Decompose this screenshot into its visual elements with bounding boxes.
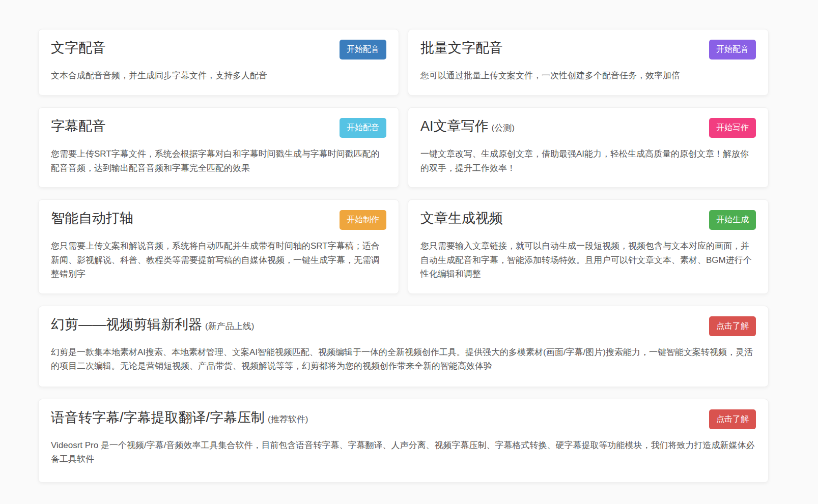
subtitle-start-dubbing-button[interactable]: 开始配音	[340, 118, 386, 138]
card-title-text: 文字配音	[51, 40, 106, 55]
card-header: 智能自动打轴 开始制作	[51, 209, 386, 230]
card-title: 批量文字配音	[420, 39, 506, 57]
card-title: 智能自动打轴	[51, 209, 136, 227]
start-writing-button[interactable]: 开始写作	[709, 118, 756, 138]
card-description: 您可以通过批量上传文案文件，一次性创建多个配音任务，效率加倍	[420, 69, 756, 83]
card-description: 您需要上传SRT字幕文件，系统会根据字幕对白和字幕时间戳生成与字幕时间戳匹配的配…	[51, 147, 386, 175]
card-title-text: AI文章写作	[420, 118, 489, 134]
card-description: 文本合成配音音频，并生成同步字幕文件，支持多人配音	[51, 69, 386, 83]
card-text-dubbing: 文字配音 开始配音 文本合成配音音频，并生成同步字幕文件，支持多人配音	[38, 29, 399, 96]
start-dubbing-button[interactable]: 开始配音	[340, 40, 386, 60]
card-title: 文章生成视频	[420, 209, 506, 227]
card-title-text: 字幕配音	[51, 118, 106, 134]
card-title: AI文章写作(公测)	[420, 117, 515, 135]
card-title: 文字配音	[51, 39, 109, 57]
card-header: 语音转字幕/字幕提取翻译/字幕压制(推荐软件) 点击了解	[51, 408, 756, 429]
card-header: 字幕配音 开始配音	[51, 117, 386, 138]
huanjian-learn-more-button[interactable]: 点击了解	[709, 316, 756, 336]
card-article-to-video: 文章生成视频 开始生成 您只需要输入文章链接，就可以自动生成一段短视频，视频包含…	[408, 199, 769, 294]
card-header: 幻剪——视频剪辑新利器(新产品上线) 点击了解	[51, 315, 756, 336]
card-subtitle: (新产品上线)	[205, 321, 254, 331]
card-title-text: 幻剪——视频剪辑新利器	[51, 317, 202, 332]
card-subtitle: (公测)	[492, 123, 515, 133]
card-header: 文章生成视频 开始生成	[420, 209, 756, 230]
batch-start-dubbing-button[interactable]: 开始配音	[709, 40, 756, 60]
card-header: 文字配音 开始配音	[51, 39, 386, 60]
start-making-button[interactable]: 开始制作	[340, 210, 386, 230]
card-title: 字幕配音	[51, 117, 109, 135]
videosrt-learn-more-button[interactable]: 点击了解	[709, 409, 756, 429]
card-title-text: 批量文字配音	[420, 40, 503, 55]
card-description: Videosrt Pro 是一个视频/字幕/音频效率工具集合软件，目前包含语音转…	[51, 438, 756, 466]
card-description: 一键文章改写、生成原创文章，借助最强AI能力，轻松生成高质量的原创文章！解放你的…	[420, 147, 756, 175]
card-auto-timeline: 智能自动打轴 开始制作 您只需要上传文案和解说音频，系统将自动匹配并生成带有时间…	[38, 199, 399, 294]
card-videosrt-pro: 语音转字幕/字幕提取翻译/字幕压制(推荐软件) 点击了解 Videosrt Pr…	[38, 399, 769, 483]
tools-card-grid: 文字配音 开始配音 文本合成配音音频，并生成同步字幕文件，支持多人配音 批量文字…	[0, 0, 818, 504]
card-title-text: 智能自动打轴	[51, 211, 133, 226]
card-subtitle-dubbing: 字幕配音 开始配音 您需要上传SRT字幕文件，系统会根据字幕对白和字幕时间戳生成…	[38, 107, 399, 188]
card-description: 您只需要输入文章链接，就可以自动生成一段短视频，视频包含与文本对应的画面，并自动…	[420, 239, 756, 281]
card-huanjian-video-editor: 幻剪——视频剪辑新利器(新产品上线) 点击了解 幻剪是一款集本地素材AI搜索、本…	[38, 306, 769, 387]
card-subtitle: (推荐软件)	[268, 414, 308, 424]
card-header: 批量文字配音 开始配音	[420, 39, 756, 60]
card-header: AI文章写作(公测) 开始写作	[420, 117, 756, 138]
card-title-text: 语音转字幕/字幕提取翻译/字幕压制	[51, 410, 265, 425]
card-description: 幻剪是一款集本地素材AI搜索、本地素材管理、文案AI智能视频匹配、视频编辑于一体…	[51, 345, 756, 373]
card-batch-text-dubbing: 批量文字配音 开始配音 您可以通过批量上传文案文件，一次性创建多个配音任务，效率…	[408, 29, 769, 96]
card-title: 语音转字幕/字幕提取翻译/字幕压制(推荐软件)	[51, 408, 308, 427]
card-title: 幻剪——视频剪辑新利器(新产品上线)	[51, 315, 254, 334]
card-title-text: 文章生成视频	[420, 211, 503, 226]
card-description: 您只需要上传文案和解说音频，系统将自动匹配并生成带有时间轴的SRT字幕稿；适合新…	[51, 239, 386, 281]
start-generating-button[interactable]: 开始生成	[709, 210, 756, 230]
card-ai-article-writing: AI文章写作(公测) 开始写作 一键文章改写、生成原创文章，借助最强AI能力，轻…	[408, 107, 769, 188]
